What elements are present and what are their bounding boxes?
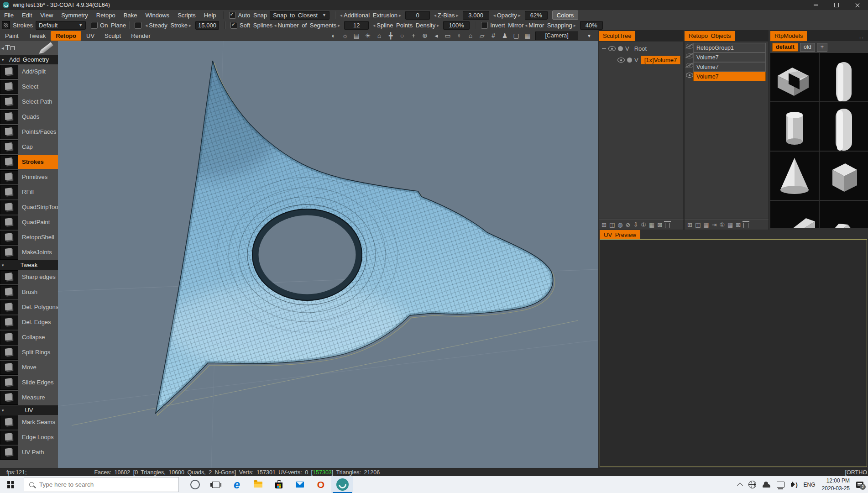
sculpt-tree-tab[interactable]: SculptTree xyxy=(599,31,635,41)
tool-select[interactable]: Select xyxy=(0,79,58,94)
rtp-thumb-cube[interactable] xyxy=(820,152,868,200)
spin-right-icon[interactable]: ▸ xyxy=(336,23,341,28)
add-layer-icon[interactable]: ⊞ xyxy=(601,222,607,228)
snapshot-icon[interactable]: ▦ xyxy=(524,32,531,39)
tool-edge-loops[interactable]: Edge Loops xyxy=(0,430,58,444)
segments-field[interactable]: 12 xyxy=(344,21,369,30)
visibility-eye-off-icon[interactable] xyxy=(686,63,693,68)
home-view-icon[interactable]: ⌂ xyxy=(467,32,474,39)
retopo-object-row[interactable]: RetopoGroup1 xyxy=(693,43,766,52)
additional-extrusion-spinner[interactable]: ◂ Additional Extrusion ▸ xyxy=(339,12,403,19)
tab-sculpt[interactable]: Sculpt xyxy=(99,31,126,41)
on-plane-checkbox[interactable] xyxy=(91,22,98,29)
add-layer-icon[interactable]: ⊞ xyxy=(687,222,692,228)
cortana-button[interactable] xyxy=(184,476,205,493)
language-indicator[interactable]: ENG xyxy=(804,482,816,488)
text-tool-icon[interactable]: T xyxy=(5,43,15,52)
menu-view[interactable]: View xyxy=(36,12,57,19)
section-header-uv[interactable]: ▾ UV xyxy=(0,405,58,415)
tool-makejoints[interactable]: MakeJoints xyxy=(0,245,58,259)
delete-file-icon[interactable]: ⊠ xyxy=(657,222,662,228)
density-spinner[interactable]: ◂ Spline Points Density ▸ xyxy=(371,22,440,29)
rect-select-icon[interactable]: ▭ xyxy=(444,32,451,39)
office-button[interactable]: O xyxy=(310,476,331,493)
menu-file[interactable]: File xyxy=(0,12,18,19)
hide-icon[interactable]: ⊘ xyxy=(626,222,631,228)
ghosting-icon[interactable] xyxy=(618,46,623,51)
selected-volume-badge[interactable]: [1x]Volume7 xyxy=(641,56,681,64)
merge-icon[interactable]: ⇥ xyxy=(712,222,717,228)
steady-stroke-checkbox[interactable] xyxy=(135,22,141,29)
collapse-icon[interactable] xyxy=(602,48,606,49)
auto-snap-checkbox[interactable] xyxy=(229,12,236,19)
tool-quadstriptool[interactable]: QuadStripTool xyxy=(0,200,58,214)
segments-spinner[interactable]: ◂ Number of Segments ▸ xyxy=(272,22,341,29)
opacity-field[interactable]: 62% xyxy=(525,11,548,20)
close-button[interactable] xyxy=(847,0,868,10)
tool-brush[interactable]: Brush xyxy=(0,285,58,299)
spin-left-icon[interactable]: ◂ xyxy=(523,23,528,28)
panel-menu-icon[interactable]: .. xyxy=(859,33,868,41)
3d-coat-taskbar-button[interactable] xyxy=(331,476,353,493)
grid-icon[interactable]: # xyxy=(490,32,497,39)
sun-icon[interactable]: ☀ xyxy=(364,32,371,39)
spin-right-icon[interactable]: ▸ xyxy=(188,23,193,28)
rtp-models-tab[interactable]: RtpModels xyxy=(770,31,807,41)
colors-button[interactable]: Colors xyxy=(552,10,579,20)
camera-selector[interactable]: [Camera] xyxy=(535,31,578,40)
visibility-eye-icon[interactable] xyxy=(608,46,616,51)
sphere-icon[interactable]: ◍ xyxy=(617,222,622,228)
file-explorer-button[interactable] xyxy=(247,476,268,493)
collapse-icon[interactable] xyxy=(611,60,615,61)
ghosting-icon[interactable] xyxy=(627,58,632,63)
snap-mode-dropdown[interactable]: Snap to Closest ▼ xyxy=(270,11,329,20)
transform-icon[interactable]: + xyxy=(410,32,417,39)
tool-sharp-edges[interactable]: Sharp edges xyxy=(0,270,58,284)
tool-measure[interactable]: Measure xyxy=(0,390,58,404)
clock[interactable]: 12:00 PM 2020-03-25 xyxy=(822,477,850,492)
tool-slide-edges[interactable]: Slide Edges xyxy=(0,375,58,389)
duplicate-icon[interactable]: ◫ xyxy=(609,222,615,228)
sculpt-tree-row-volume[interactable]: V [1x]Volume7 xyxy=(611,56,680,64)
root-label[interactable]: Root xyxy=(634,45,647,52)
uv-preview-tab[interactable]: UV Preview xyxy=(600,230,640,240)
menu-scripts[interactable]: Scripts xyxy=(173,12,200,19)
undo-view-icon[interactable]: ◂ xyxy=(433,32,440,39)
grid-icon[interactable]: ▦ xyxy=(649,222,654,228)
spin-left-icon[interactable]: ◂ xyxy=(433,13,438,18)
tab-tweak[interactable]: Tweak xyxy=(24,31,51,41)
menu-retopo[interactable]: Retopo xyxy=(92,12,120,19)
tool-move[interactable]: Move xyxy=(0,360,58,374)
tool-collapse[interactable]: Collapse xyxy=(0,330,58,344)
visibility-eye-icon[interactable] xyxy=(617,58,625,63)
tab-retopo[interactable]: Retopo xyxy=(51,31,81,41)
mirror-snapping-field[interactable]: 40% xyxy=(580,21,603,30)
visibility-eye-off-icon[interactable] xyxy=(686,44,693,49)
mirror-snapping-spinner[interactable]: ◂ Mirror Snapping ▸ xyxy=(523,22,577,29)
menu-bake[interactable]: Bake xyxy=(120,12,141,19)
task-view-button[interactable] xyxy=(205,476,226,493)
delete-file-icon[interactable]: ⊠ xyxy=(736,222,741,228)
axis-cross-icon[interactable]: ╋ xyxy=(387,32,394,39)
tool-split-rings[interactable]: Split Rings xyxy=(0,345,58,359)
spin-right-icon[interactable]: ▸ xyxy=(455,13,460,18)
rtp-thumb-ramp[interactable] xyxy=(770,201,819,228)
retopo-objects-tab[interactable]: Retopo Objects xyxy=(685,31,735,41)
tool-del-polygons[interactable]: Del. Polygons xyxy=(0,300,58,314)
tool-points-faces[interactable]: Points/Faces xyxy=(0,125,58,139)
invert-mirror-checkbox[interactable] xyxy=(481,22,488,29)
tool-mark-seams[interactable]: Mark Seams xyxy=(0,415,58,429)
steady-stroke-field[interactable]: 15.000 xyxy=(195,21,219,30)
network-globe-icon[interactable] xyxy=(748,481,756,488)
spin-left-icon[interactable]: ◂ xyxy=(492,13,497,18)
menu-edit[interactable]: Edit xyxy=(18,12,36,19)
speaker-icon[interactable] xyxy=(791,483,793,487)
grid-icon[interactable]: ▦ xyxy=(703,222,709,228)
perspective-cube-icon[interactable]: ▱ xyxy=(478,32,486,39)
z-bias-field[interactable]: 3.000 xyxy=(463,11,489,20)
menu-symmetry[interactable]: Symmetry xyxy=(57,12,92,19)
opacity-spinner[interactable]: ◂ Opacity ▸ xyxy=(492,12,522,19)
steady-stroke-spinner[interactable]: ◂ Steady Stroke ▸ xyxy=(144,22,193,29)
additional-extrusion-field[interactable]: 0 xyxy=(405,11,430,20)
tray-expand-icon[interactable] xyxy=(737,483,743,488)
